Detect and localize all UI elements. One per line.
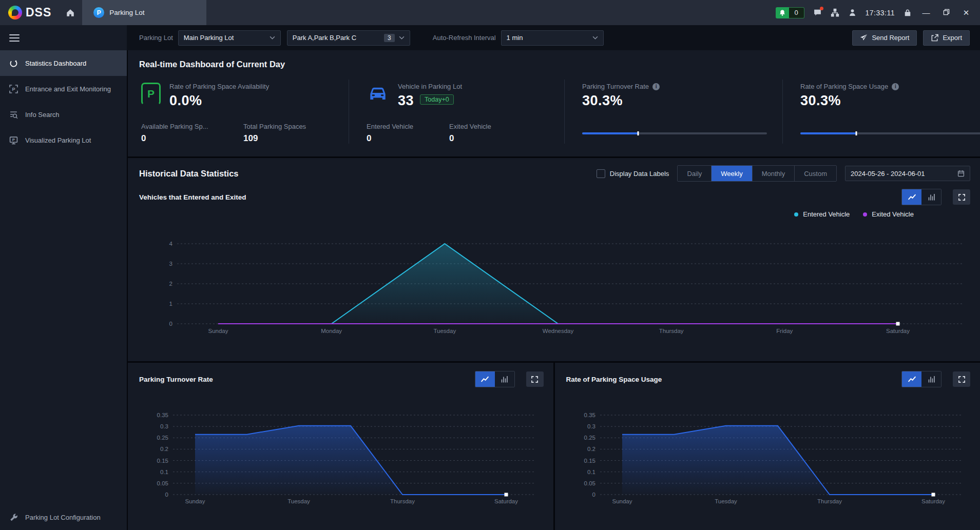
card-availability: P Rate of Parking Space Availability 0.0… (139, 80, 349, 144)
available-spaces-value: 0 (141, 133, 243, 144)
svg-text:4: 4 (169, 241, 173, 247)
svg-text:Saturday: Saturday (886, 328, 910, 334)
parking-lot-select[interactable]: Main Parking Lot (178, 30, 281, 46)
info-icon[interactable]: i (652, 83, 660, 90)
sidebar-item-entrance-exit-monitoring[interactable]: P Entrance and Exit Monitoring (0, 76, 127, 102)
lock-button[interactable] (904, 9, 912, 17)
svg-text:0.05: 0.05 (157, 480, 168, 486)
bar-chart-toggle[interactable] (921, 371, 941, 387)
auto-refresh-select[interactable]: 1 min (501, 30, 604, 46)
legend-entered-vehicle[interactable]: Entered Vehicle (794, 210, 850, 218)
realtime-dashboard-panel: Real-time Dashboard of Current Day P Rat… (128, 50, 980, 156)
svg-text:0: 0 (165, 492, 168, 498)
entrance-monitor-icon: P (9, 85, 18, 93)
restore-button[interactable] (940, 8, 952, 17)
svg-text:Wednesday: Wednesday (543, 328, 574, 334)
parks-select[interactable]: Park A,Park B,Park C 3 (287, 30, 410, 46)
bar-chart-toggle[interactable] (921, 189, 941, 205)
calendar-icon (957, 170, 965, 177)
card-turnover: Parking Turnover Rate i 30.3% (564, 80, 782, 144)
display-data-labels-label: Display Data Labels (610, 170, 669, 178)
svg-text:Saturday: Saturday (921, 498, 945, 504)
message-alert-dot (820, 7, 823, 10)
svg-text:3: 3 (169, 261, 172, 267)
collapse-menu-button[interactable] (0, 25, 127, 50)
exited-vehicle-value: 0 (449, 133, 491, 144)
title-bar: DSS P Parking Lot 0 (0, 0, 980, 25)
tab-daily[interactable]: Daily (678, 166, 711, 181)
message-button[interactable] (813, 8, 822, 17)
turnover-chart-panel: Parking Turnover Rate (128, 363, 553, 530)
turnover-label: Parking Turnover Rate (582, 83, 649, 90)
dashboard-gauge-icon (9, 59, 18, 68)
line-chart-toggle[interactable] (902, 371, 921, 387)
usage-label: Rate of Parking Space Usage (800, 83, 888, 90)
line-chart-toggle[interactable] (902, 189, 921, 205)
display-data-labels-checkbox[interactable] (597, 169, 605, 178)
today-badge: Today+0 (420, 94, 454, 105)
user-button[interactable] (848, 8, 857, 17)
tab-label: Parking Lot (109, 9, 144, 16)
parking-lot-filter-label: Parking Lot (139, 34, 173, 42)
bar-chart-toggle[interactable] (495, 371, 514, 387)
turnover-chart: 00.050.10.150.20.250.30.35SundayTuesdayT… (139, 409, 546, 512)
tab-parking-lot[interactable]: P Parking Lot (82, 0, 206, 25)
chart-type-toggle (475, 371, 515, 387)
bar-chart-icon (928, 376, 935, 383)
usage-chart-panel: Rate of Parking Space Usage (555, 363, 980, 530)
minimize-button[interactable]: — (920, 8, 932, 17)
entered-vehicle-value: 0 (367, 133, 449, 144)
site-tree-icon (831, 8, 839, 17)
send-report-button[interactable]: Send Report (852, 30, 917, 46)
alarm-count-badge: 0 (789, 7, 804, 18)
chart-type-toggle (901, 371, 941, 387)
fullscreen-icon (531, 376, 539, 383)
historical-title: Historical Data Statistics (139, 169, 239, 179)
export-icon (931, 34, 938, 42)
range-tabs: Daily Weekly Monthly Custom (677, 165, 837, 182)
date-range-value: 2024-05-26 - 2024-06-01 (851, 170, 925, 178)
fullscreen-button[interactable] (953, 189, 970, 205)
home-button[interactable] (59, 0, 82, 25)
line-chart-icon (908, 376, 916, 383)
close-button[interactable]: ✕ (960, 8, 972, 17)
info-icon[interactable]: i (892, 83, 899, 90)
alarm-center[interactable]: 0 (776, 7, 804, 18)
display-data-labels-toggle[interactable]: Display Data Labels (597, 169, 669, 178)
tab-custom[interactable]: Custom (794, 166, 836, 181)
svg-text:Tuesday: Tuesday (715, 498, 737, 504)
line-chart-toggle[interactable] (475, 371, 495, 387)
sidebar: Statistics Dashboard P Entrance and Exit… (0, 25, 127, 530)
export-button[interactable]: Export (923, 30, 970, 46)
total-spaces-value: 109 (243, 133, 306, 144)
usage-value: 30.3% (800, 93, 980, 109)
tab-monthly[interactable]: Monthly (752, 166, 795, 181)
parking-sign-icon: P (141, 83, 161, 105)
wrench-icon (9, 513, 18, 522)
sidebar-item-parking-lot-configuration[interactable]: Parking Lot Configuration (0, 504, 127, 530)
legend-dot-entered (794, 212, 798, 217)
svg-text:1: 1 (169, 301, 172, 307)
svg-text:0.1: 0.1 (587, 469, 595, 475)
toolbar: Parking Lot Main Parking Lot Park A,Park… (127, 25, 980, 50)
historical-panel: Historical Data Statistics Display Data … (128, 158, 980, 361)
usage-chart-title: Rate of Parking Space Usage (566, 376, 662, 383)
vehicle-in-lot-value: 33 (398, 93, 414, 109)
fullscreen-button[interactable] (953, 371, 970, 387)
sidebar-item-info-search[interactable]: Info Search (0, 102, 127, 127)
svg-text:0: 0 (592, 492, 595, 498)
chevron-down-icon (399, 36, 405, 40)
legend-exited-vehicle[interactable]: Exited Vehicle (863, 210, 914, 218)
fullscreen-button[interactable] (526, 371, 544, 387)
svg-text:Tuesday: Tuesday (287, 498, 310, 504)
date-range-input[interactable]: 2024-05-26 - 2024-06-01 (845, 166, 970, 181)
sidebar-item-statistics-dashboard[interactable]: Statistics Dashboard (0, 50, 127, 76)
svg-text:0.2: 0.2 (587, 446, 595, 452)
card-usage: Rate of Parking Space Usage i 30.3% (782, 80, 980, 144)
site-tree-button[interactable] (831, 8, 839, 17)
sidebar-item-visualized-parking-lot[interactable]: P Visualized Parking Lot (0, 127, 127, 153)
user-icon (848, 8, 857, 17)
tab-weekly[interactable]: Weekly (711, 166, 752, 181)
svg-text:Saturday: Saturday (494, 498, 518, 504)
auto-refresh-value: 1 min (507, 34, 523, 42)
